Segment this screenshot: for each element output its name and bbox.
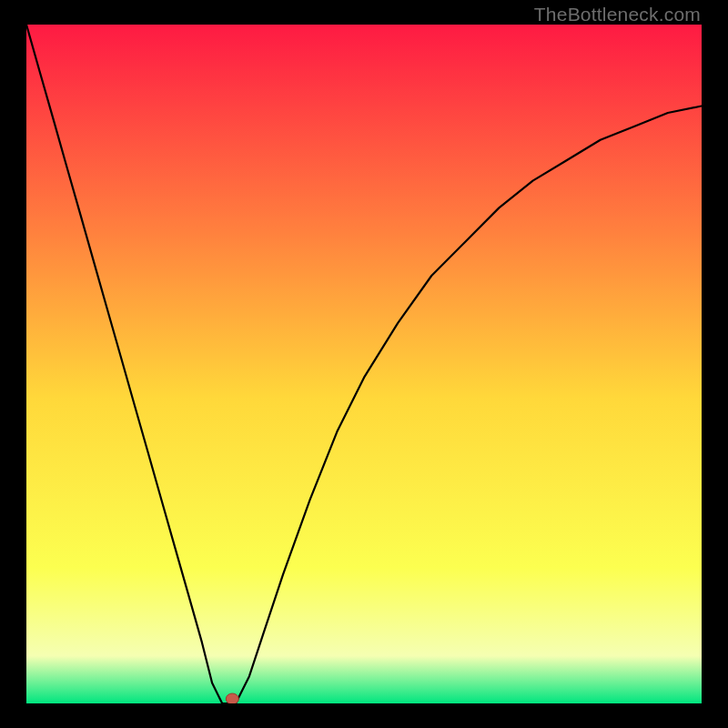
- chart-frame: TheBottleneck.com: [0, 0, 728, 728]
- watermark-text: TheBottleneck.com: [534, 4, 701, 25]
- optimum-marker: [226, 693, 238, 703]
- plot-area: [26, 25, 702, 703]
- chart-svg: [26, 25, 702, 703]
- gradient-bg: [26, 25, 702, 703]
